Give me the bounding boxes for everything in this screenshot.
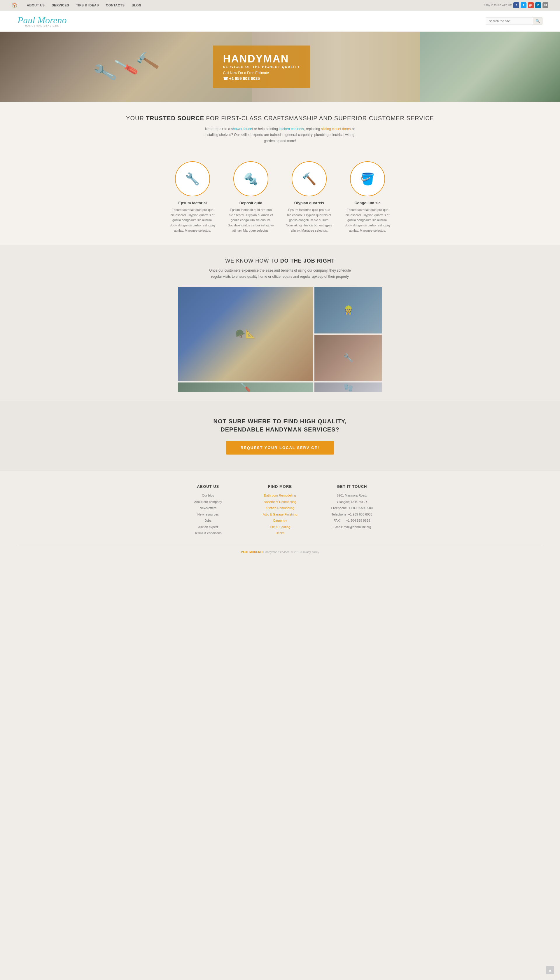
feature-icon-4: 🪣 <box>360 172 375 186</box>
email-icon[interactable]: ✉ <box>542 2 548 8</box>
tools-icon: 🔧🪛🔨 <box>92 48 160 85</box>
footer-fax: FAX +1 504 899 9858 <box>322 518 382 523</box>
photo-gloves: 🧤 <box>314 382 382 392</box>
intro-text: Need repair to a shower faucet or help p… <box>198 126 362 144</box>
cta-heading: NOT SURE WHERE TO FIND HIGH QUALITY, DEP… <box>18 417 542 433</box>
job-heading-strong: DO THE JOB RIGHT <box>280 258 335 264</box>
footer-about-col: ABOUT US Our blog About our company News… <box>178 484 238 537</box>
photo-materials: 🪛 <box>178 382 313 392</box>
feature-circle-1: 🔧 <box>175 161 210 197</box>
logo-area: Paul Moreno HANDYMAN SERVICES <box>18 15 67 27</box>
features-section: 🔧 Epsum factorial Epsum factorialt quid … <box>0 153 560 245</box>
site-header: Paul Moreno HANDYMAN SERVICES 🔍 <box>0 10 560 32</box>
footer-about-title: ABOUT US <box>178 484 238 489</box>
hero-title: HANDYMAN <box>223 53 300 65</box>
nav-services[interactable]: SERVICES <box>52 3 69 7</box>
footer-contact-title: GET IT TOUCH <box>322 484 382 489</box>
feature-title-1: Epsum factorial <box>169 201 216 205</box>
googleplus-icon[interactable]: g+ <box>528 2 534 8</box>
footer-bottom: PAUL MORENO Handyman Services. © 2013 Pr… <box>18 546 542 554</box>
nav-blog[interactable]: BLOG <box>132 3 142 7</box>
feature-item-4: 🪣 Congolium sic Epsum factorialt quid pr… <box>344 161 391 233</box>
footer-city: Glasgow, DO4 89GR <box>322 500 382 505</box>
feature-circle-2: 🔩 <box>233 161 268 197</box>
stay-touch-label: Stay in touch with us: <box>485 3 512 7</box>
footer-link-ask[interactable]: Ask an expert <box>178 525 238 530</box>
feature-title-3: Olypian quarrels <box>286 201 332 205</box>
feature-circle-4: 🪣 <box>350 161 385 197</box>
footer-link-tile[interactable]: Tile & Flooring <box>250 525 310 530</box>
footer-freephone: Freephone +1 800 559 6580 <box>322 506 382 511</box>
feature-text-1: Epsum factorialt quid pro-quo hic escoro… <box>169 207 216 233</box>
footer-link-decks[interactable]: Decks <box>250 531 310 536</box>
search-button[interactable]: 🔍 <box>533 18 542 25</box>
feature-icon-1: 🔧 <box>185 172 200 186</box>
feature-text-4: Epsum factorialt quid pro-quo hic escoro… <box>344 207 391 233</box>
search-box: 🔍 <box>486 17 542 25</box>
photo-worker-inner: 👷 <box>314 287 382 333</box>
footer-brand: PAUL MORENO <box>241 550 262 554</box>
site-footer: ABOUT US Our blog About our company News… <box>0 471 560 560</box>
social-area: Stay in touch with us: f t g+ in ✉ <box>485 2 548 8</box>
footer-link-attic[interactable]: Attic & Garage Finishing <box>250 512 310 517</box>
cta-section: NOT SURE WHERE TO FIND HIGH QUALITY, DEP… <box>0 401 560 471</box>
footer-link-terms[interactable]: Terms & conditions <box>178 531 238 536</box>
footer-contact-col: GET IT TOUCH 8901 Marmora Road, Glasgow,… <box>322 484 382 537</box>
footer-email: E-mail: mail@demolink.org <box>322 525 382 530</box>
job-section: WE KNOW HOW TO DO THE JOB RIGHT Once our… <box>0 245 560 401</box>
feature-circle-3: 🔨 <box>292 161 327 197</box>
photo-materials-inner: 🪛 <box>178 382 313 392</box>
hero-phone: ☎ +1 959 603 6035 <box>223 76 300 81</box>
feature-text-2: Epsum factorialt quid pro-quo hic escoro… <box>228 207 274 233</box>
feature-icon-3: 🔨 <box>302 172 317 186</box>
footer-link-bathroom[interactable]: Bathroom Remodeling <box>250 493 310 498</box>
nav-tips[interactable]: TIPS & IDEAS <box>76 3 99 7</box>
footer-link-kitchen[interactable]: Kitchen Remodeling <box>250 506 310 511</box>
footer-link-basement[interactable]: Basement Remodeling <box>250 500 310 505</box>
nav-links: 🏠 ABOUT US SERVICES TIPS & IDEAS CONTACT… <box>12 2 142 8</box>
footer-link-jobs[interactable]: Jobs <box>178 518 238 523</box>
feature-title-2: Deposit quid <box>228 201 274 205</box>
footer-link-blog[interactable]: Our blog <box>178 493 238 498</box>
footer-link-new-resources[interactable]: New resources <box>178 512 238 517</box>
twitter-icon[interactable]: t <box>521 2 527 8</box>
kitchen-cabinets-link[interactable]: kitchen cabinets <box>279 127 304 131</box>
photo-construction: 🪖📐 <box>178 287 313 381</box>
intro-section: YOUR TRUSTED SOURCE FOR FIRST-CLASS CRAF… <box>0 102 560 153</box>
photo-gloves-inner: 🧤 <box>314 382 382 392</box>
photo-worker: 👷 <box>314 287 382 333</box>
footer-find-col: FIND MORE Bathroom Remodeling Basement R… <box>250 484 310 537</box>
nav-about[interactable]: ABOUT US <box>27 3 45 7</box>
footer-link-about[interactable]: About our company <box>178 500 238 505</box>
job-text: Once our customers experience the ease a… <box>204 268 356 280</box>
photo-tools-2: 🔧 <box>314 335 382 381</box>
search-input[interactable] <box>486 18 533 24</box>
linkedin-icon[interactable]: in <box>535 2 541 8</box>
job-heading: WE KNOW HOW TO DO THE JOB RIGHT <box>18 258 542 264</box>
footer-find-title: FIND MORE <box>250 484 310 489</box>
footer-link-carpentry[interactable]: Carpentry <box>250 518 310 523</box>
shower-faucet-link[interactable]: shower faucet <box>231 127 253 131</box>
photo-grid: 🪖📐 👷 🔧 🪛 🧤 <box>178 287 382 392</box>
hero-right-image <box>420 32 560 102</box>
intro-heading: YOUR TRUSTED SOURCE FOR FIRST-CLASS CRAF… <box>18 115 542 122</box>
feature-title-4: Congolium sic <box>344 201 391 205</box>
hero-subtitle: SERVICES OF THE HIGHEST QUALITY <box>223 65 300 68</box>
intro-heading-strong: TRUSTED SOURCE <box>146 115 204 122</box>
social-icons: f t g+ in ✉ <box>513 2 548 8</box>
footer-link-newsletters[interactable]: Newsletters <box>178 506 238 511</box>
cta-request-button[interactable]: REQUEST YOUR LOCAL SERVICE! <box>226 441 334 455</box>
features-grid: 🔧 Epsum factorial Epsum factorialt quid … <box>18 161 542 233</box>
feature-icon-2: 🔩 <box>243 172 258 186</box>
nav-contacts[interactable]: CONTACTS <box>106 3 125 7</box>
footer-address: 8901 Marmora Road, <box>322 493 382 498</box>
hero-section: 🔧🪛🔨 HANDYMAN SERVICES OF THE HIGHEST QUA… <box>0 32 560 102</box>
hero-call-label: Call Now For a Free Estimate <box>223 71 300 75</box>
hero-content-box: HANDYMAN SERVICES OF THE HIGHEST QUALITY… <box>213 45 310 88</box>
home-icon[interactable]: 🏠 <box>12 2 18 8</box>
sliding-closet-link[interactable]: sliding closet doors <box>321 127 351 131</box>
feature-item-3: 🔨 Olypian quarrels Epsum factorialt quid… <box>286 161 332 233</box>
footer-grid: ABOUT US Our blog About our company News… <box>178 484 382 537</box>
footer-bottom-text: Handyman Services. © 2013 Privacy policy <box>262 550 319 554</box>
facebook-icon[interactable]: f <box>513 2 519 8</box>
